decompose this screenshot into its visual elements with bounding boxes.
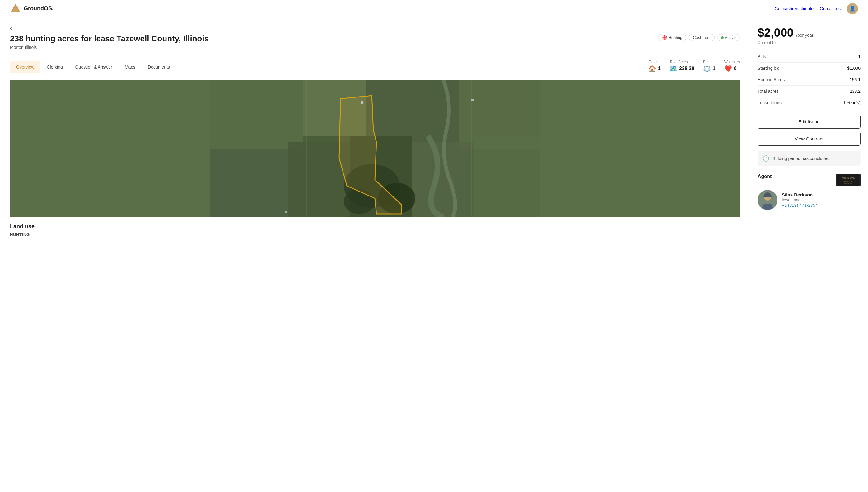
contact-link[interactable]: Contact us bbox=[820, 6, 841, 11]
badges: 🎯 Hunting Cash rent Active bbox=[658, 34, 740, 41]
cashrent-link[interactable]: Get cashrentstimate bbox=[775, 6, 814, 11]
stat-watchers-value: ❤️ 0 bbox=[724, 65, 737, 72]
agent-phone[interactable]: +1 (319) 471-2754 bbox=[782, 203, 818, 208]
agent-header: Agent MOSSY OAK PROPERTIES HUNT REALTY bbox=[758, 174, 861, 186]
stat-fields-label: Fields bbox=[648, 60, 658, 64]
agent-desc: Iowa Land bbox=[782, 197, 818, 202]
back-link[interactable]: ‹ bbox=[10, 25, 740, 31]
map-container bbox=[10, 80, 740, 217]
page-title: 238 hunting acres for lease Tazewell Cou… bbox=[10, 34, 658, 44]
watchers-icon: ❤️ bbox=[724, 65, 732, 72]
edit-listing-button[interactable]: Edit listing bbox=[758, 115, 861, 129]
detail-starting-bid-val: $1,000 bbox=[847, 66, 861, 71]
svg-rect-20 bbox=[361, 101, 363, 104]
avatar[interactable]: 👤 bbox=[847, 3, 858, 14]
land-use-value: HUNTING bbox=[10, 232, 740, 237]
action-buttons: Edit listing View Contract bbox=[758, 115, 861, 146]
detail-total-acres-key: Total acres bbox=[758, 89, 779, 94]
header-nav: Get cashrentstimate Contact us 👤 bbox=[775, 3, 858, 14]
stats-group: Fields 🏠 1 Total Acres 🗺️ 238.20 Bids bbox=[648, 60, 740, 75]
stat-bids-value: ⚖️ 1 bbox=[703, 65, 715, 72]
bid-amount-row: $2,000 /per year bbox=[758, 26, 861, 40]
stat-acres-value: 🗺️ 238.20 bbox=[669, 65, 694, 72]
logo-text: GroundOS. bbox=[24, 5, 53, 12]
detail-bids: Bids 1 bbox=[758, 51, 861, 63]
svg-rect-7 bbox=[210, 149, 288, 217]
agent-avatar-image bbox=[758, 190, 778, 210]
detail-bids-key: Bids bbox=[758, 54, 766, 59]
agent-avatar bbox=[758, 190, 778, 210]
detail-starting-bid: Starting bid $1,000 bbox=[758, 63, 861, 74]
svg-rect-21 bbox=[471, 99, 474, 101]
back-arrow-icon: ‹ bbox=[10, 25, 12, 31]
acres-icon: 🗺️ bbox=[669, 65, 677, 72]
page-subtitle: Morton Illinois bbox=[10, 45, 658, 50]
detail-hunting-acres-val: 156.1 bbox=[850, 77, 861, 82]
logo[interactable]: GroundOS. bbox=[10, 3, 53, 14]
sidebar: $2,000 /per year Current bid Bids 1 Star… bbox=[750, 18, 868, 492]
svg-rect-3 bbox=[210, 80, 303, 149]
detail-hunting-acres: Hunting Acres 156.1 bbox=[758, 74, 861, 85]
detail-lease-terms-key: Lease terms bbox=[758, 100, 782, 105]
agent-info: Silas Berkson Iowa Land +1 (319) 471-275… bbox=[782, 192, 818, 208]
svg-text:MOSSY OAK: MOSSY OAK bbox=[842, 177, 855, 179]
land-use-section-title: Land use bbox=[10, 223, 740, 230]
tab-clerking[interactable]: Clerking bbox=[41, 62, 69, 73]
main-content: ‹ 238 hunting acres for lease Tazewell C… bbox=[0, 18, 750, 492]
mossy-oak-logo: MOSSY OAK PROPERTIES HUNT REALTY bbox=[837, 174, 859, 186]
agent-section: Agent MOSSY OAK PROPERTIES HUNT REALTY bbox=[758, 174, 861, 210]
detail-lease-terms-val: 1 Year(s) bbox=[843, 100, 861, 105]
stat-fields-value: 🏠 1 bbox=[648, 65, 661, 72]
main-layout: ‹ 238 hunting acres for lease Tazewell C… bbox=[0, 18, 868, 492]
fields-icon: 🏠 bbox=[648, 65, 656, 72]
badge-hunting-label: Hunting bbox=[668, 35, 682, 40]
title-row: 238 hunting acres for lease Tazewell Cou… bbox=[10, 34, 740, 55]
tab-documents[interactable]: Documents bbox=[141, 62, 176, 73]
notice-text: Bidding period has concluded bbox=[772, 156, 830, 161]
badge-cashrent-label: Cash rent bbox=[693, 35, 710, 40]
detail-bids-val: 1 bbox=[858, 54, 861, 59]
svg-text:PROPERTIES: PROPERTIES bbox=[843, 180, 853, 182]
tabs-group: Overview Clerking Question & Answer Maps… bbox=[10, 62, 176, 73]
agent-name: Silas Berkson bbox=[782, 192, 818, 197]
svg-rect-11 bbox=[474, 136, 540, 217]
bids-icon: ⚖️ bbox=[703, 65, 711, 72]
agent-row: Silas Berkson Iowa Land +1 (319) 471-275… bbox=[758, 190, 861, 210]
detail-total-acres: Total acres 238.2 bbox=[758, 85, 861, 97]
agent-logo: MOSSY OAK PROPERTIES HUNT REALTY bbox=[836, 174, 861, 186]
stat-acres-label: Total Acres bbox=[669, 60, 688, 64]
stat-watchers-number: 0 bbox=[734, 66, 737, 71]
badge-active: Active bbox=[717, 34, 740, 41]
stat-bids: Bids ⚖️ 1 bbox=[703, 60, 715, 72]
stat-fields-number: 1 bbox=[658, 66, 661, 71]
svg-text:HUNT REALTY: HUNT REALTY bbox=[844, 183, 852, 184]
map-image bbox=[10, 80, 740, 217]
stat-acres-number: 238.20 bbox=[679, 66, 694, 71]
active-dot-icon bbox=[721, 36, 724, 39]
notice-box: 🕐 Bidding period has concluded bbox=[758, 151, 861, 166]
stat-bids-number: 1 bbox=[713, 66, 715, 71]
stat-watchers-label: Watchers bbox=[724, 60, 740, 64]
badge-hunting: 🎯 Hunting bbox=[658, 34, 686, 41]
title-info: 238 hunting acres for lease Tazewell Cou… bbox=[10, 34, 658, 55]
badge-active-label: Active bbox=[725, 35, 736, 40]
detail-total-acres-val: 238.2 bbox=[850, 89, 861, 94]
tab-overview[interactable]: Overview bbox=[10, 62, 41, 73]
stat-fields: Fields 🏠 1 bbox=[648, 60, 661, 72]
bid-amount: $2,000 bbox=[758, 26, 794, 39]
clock-icon: 🕐 bbox=[763, 155, 769, 162]
detail-hunting-acres-key: Hunting Acres bbox=[758, 77, 785, 82]
svg-rect-22 bbox=[285, 211, 287, 213]
tabs-stats-row: Overview Clerking Question & Answer Maps… bbox=[10, 60, 740, 75]
view-contract-button[interactable]: View Contract bbox=[758, 132, 861, 146]
app-header: GroundOS. Get cashrentstimate Contact us… bbox=[0, 0, 868, 18]
stat-acres: Total Acres 🗺️ 238.20 bbox=[669, 60, 694, 72]
svg-rect-29 bbox=[763, 196, 772, 197]
stat-bids-label: Bids bbox=[703, 60, 710, 64]
badge-cashrent: Cash rent bbox=[689, 34, 714, 41]
stat-watchers: Watchers ❤️ 0 bbox=[724, 60, 740, 72]
hunting-icon: 🎯 bbox=[662, 35, 667, 40]
tab-maps[interactable]: Maps bbox=[119, 62, 141, 73]
tab-qa[interactable]: Question & Answer bbox=[69, 62, 119, 73]
current-bid-label: Current bid bbox=[758, 40, 861, 45]
